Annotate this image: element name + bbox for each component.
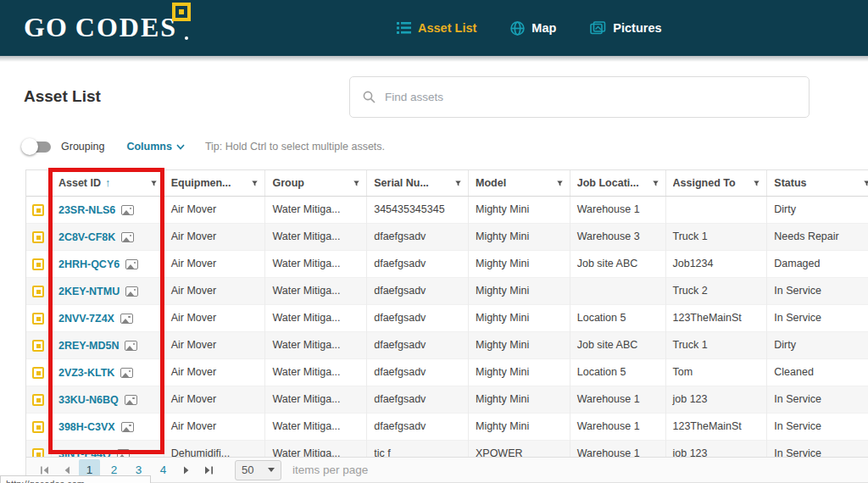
cell-model: Mighty Mini [469, 332, 570, 359]
asset-id-link[interactable]: 23SR-NLS6 [58, 197, 115, 224]
table-row[interactable]: 23SR-NLS6 Air Mover Water Mitiga... 3454… [26, 197, 868, 224]
asset-id-link[interactable]: 2NVV-7Z4X [58, 306, 114, 332]
cell-status: Dirty [767, 197, 868, 224]
photo-thumbnail-icon[interactable] [125, 286, 138, 297]
cell-status: Needs Repair [767, 224, 868, 251]
qr-code-icon[interactable] [32, 367, 44, 379]
cell-job-location: Job site ABC [570, 332, 666, 359]
nav-pictures[interactable]: Pictures [590, 21, 661, 35]
asset-id-link[interactable]: 2KEY-NTMU [58, 279, 120, 305]
link-preview-statusbar: http://gocodes.com [0, 475, 151, 483]
column-header-assigned-to[interactable]: Assigned To [666, 170, 768, 196]
column-header-model[interactable]: Model [469, 170, 570, 196]
photo-thumbnail-icon[interactable] [121, 205, 134, 215]
asset-id-link[interactable]: 398H-C3VX [58, 414, 115, 441]
photo-thumbnail-icon[interactable] [125, 395, 137, 405]
cell-job-location: Location 5 [570, 359, 666, 386]
main-nav: Asset List Map Pictures [397, 0, 662, 56]
cell-status: Dirty [767, 332, 868, 359]
page-button-4[interactable]: 4 [153, 459, 174, 480]
column-header-job-location[interactable]: Job Locati... [570, 170, 666, 196]
qr-code-icon[interactable] [32, 204, 44, 216]
asset-id-link[interactable]: 2HRH-QCY6 [58, 252, 120, 278]
last-page-button[interactable] [198, 460, 220, 480]
table-row[interactable]: 2REY-MD5N Air Mover Water Mitiga... dfae… [26, 332, 868, 359]
cell-serial: dfaefgsadv [367, 359, 469, 386]
qr-code-icon[interactable] [32, 258, 44, 270]
nav-map[interactable]: Map [510, 21, 556, 36]
photo-thumbnail-icon[interactable] [121, 232, 134, 242]
table-row[interactable]: 398H-C3VX Air Mover Water Mitiga... dfae… [26, 414, 868, 441]
photo-thumbnail-icon[interactable] [125, 341, 137, 351]
column-header-select [26, 170, 52, 196]
filter-icon[interactable] [860, 179, 868, 188]
column-header-status[interactable]: Status [767, 170, 868, 196]
search-box[interactable] [349, 76, 810, 118]
cell-serial: dfaefgsadv [367, 278, 469, 305]
grouping-toggle[interactable] [24, 142, 51, 153]
asset-id-link[interactable]: 33KU-N6BQ [58, 387, 119, 414]
filter-icon[interactable] [648, 179, 659, 188]
table-row[interactable]: 2NVV-7Z4X Air Mover Water Mitiga... dfae… [26, 305, 868, 332]
toolbar: Grouping Columns Tip: Hold Ctrl to selec… [24, 136, 385, 158]
photo-thumbnail-icon[interactable] [121, 422, 134, 432]
cell-model: Mighty Mini [469, 224, 570, 251]
column-header-equipment[interactable]: Equipmen... [164, 170, 266, 196]
logo-text-go: GO [24, 12, 68, 42]
page-size-select[interactable]: 50 [235, 460, 281, 480]
asset-id-link[interactable]: 2VZ3-KLTK [58, 360, 114, 386]
search-input[interactable] [385, 91, 796, 103]
cell-serial: dfaefgsadv [367, 251, 469, 278]
qr-code-icon[interactable] [32, 421, 44, 433]
columns-label: Columns [126, 141, 171, 153]
table-row[interactable]: 2KEY-NTMU Air Mover Water Mitiga... dfae… [26, 278, 868, 305]
qr-code-icon[interactable] [32, 286, 44, 297]
filter-icon[interactable] [749, 179, 760, 188]
multi-select-tip: Tip: Hold Ctrl to select multiple assets… [205, 141, 385, 153]
cell-assigned-to: Truck 2 [666, 278, 768, 305]
filter-icon[interactable] [349, 179, 359, 188]
qr-code-icon[interactable] [32, 394, 44, 406]
photo-thumbnail-icon[interactable] [120, 368, 133, 378]
photo-thumbnail-icon[interactable] [125, 259, 138, 269]
filter-icon[interactable] [553, 179, 563, 188]
filter-icon[interactable] [248, 179, 258, 188]
asset-table: Asset ID Equipmen... Group Serial Nu... … [25, 169, 868, 483]
table-row[interactable]: 33KU-N6BQ Air Mover Water Mitiga... dfae… [26, 386, 868, 414]
filter-icon[interactable] [451, 179, 461, 188]
cell-group: Water Mitiga... [265, 332, 367, 359]
cell-group: Water Mitiga... [265, 359, 367, 386]
table-row[interactable]: 2HRH-QCY6 Air Mover Water Mitiga... dfae… [26, 251, 868, 278]
asset-id-link[interactable]: 2REY-MD5N [58, 333, 120, 359]
table-row[interactable]: 2C8V-CF8K Air Mover Water Mitiga... dfae… [26, 224, 868, 251]
cell-assigned-to: 123TheMainSt [666, 414, 768, 441]
nav-asset-list-label: Asset List [418, 21, 476, 35]
qr-code-icon[interactable] [32, 231, 44, 243]
column-header-group[interactable]: Group [265, 170, 367, 196]
app-header: GOCODES Asset List Map [0, 0, 868, 56]
sort-ascending-icon [105, 177, 110, 189]
prev-page-icon [63, 466, 70, 475]
cell-group: Water Mitiga... [265, 305, 367, 332]
qr-code-icon[interactable] [32, 340, 44, 352]
gocodes-logo[interactable]: GOCODES [24, 12, 177, 43]
photo-thumbnail-icon[interactable] [120, 314, 133, 324]
next-page-button[interactable] [175, 460, 198, 480]
last-page-icon [204, 466, 214, 475]
column-header-asset-id[interactable]: Asset ID [52, 170, 164, 196]
cell-job-location: Warehouse 1 [570, 386, 666, 414]
filter-icon[interactable] [147, 179, 157, 188]
columns-menu-button[interactable]: Columns [126, 141, 184, 153]
qr-code-icon[interactable] [32, 313, 44, 325]
dropdown-caret-icon [268, 468, 275, 472]
asset-id-link[interactable]: 2C8V-CF8K [58, 225, 115, 251]
cell-serial: dfaefgsadv [367, 332, 469, 359]
first-page-icon [40, 466, 49, 475]
cell-equipment: Air Mover [164, 414, 266, 441]
nav-asset-list[interactable]: Asset List [397, 21, 476, 35]
column-header-serial-number[interactable]: Serial Nu... [367, 170, 469, 196]
cell-model: Mighty Mini [469, 414, 570, 441]
items-per-page-label: items per page [292, 464, 368, 476]
cell-group: Water Mitiga... [265, 251, 367, 278]
table-row[interactable]: 2VZ3-KLTK Air Mover Water Mitiga... dfae… [26, 359, 868, 386]
